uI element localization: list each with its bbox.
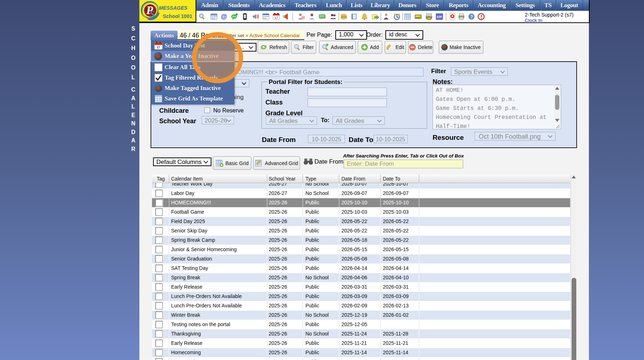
svg-text:S: S [149,8,155,19]
svg-text:17: 17 [157,45,160,49]
svg-text:17: 17 [274,16,278,19]
svg-text:?: ? [470,14,473,19]
svg-text:@: @ [221,13,227,20]
svg-text:A/P: A/P [437,15,442,19]
